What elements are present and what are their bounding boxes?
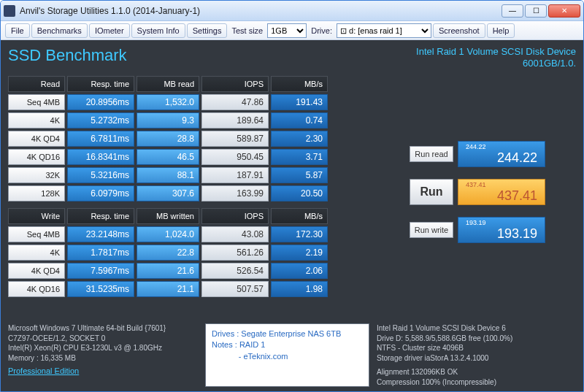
row-iops: 47.86	[201, 94, 269, 110]
row-iops: 507.57	[201, 281, 269, 297]
row-label: 4K QD4	[8, 263, 65, 279]
menu-screenshot[interactable]: Screenshot	[433, 23, 485, 38]
total-score-big: 437.41	[497, 188, 537, 204]
write-hdr-iops: IOPS	[201, 208, 269, 224]
write-score-big: 193.19	[497, 226, 537, 242]
row-label: 4K QD16	[8, 281, 65, 297]
menu-benchmarks[interactable]: Benchmarks	[31, 23, 88, 38]
row-iops: 950.45	[201, 149, 269, 165]
menu-help[interactable]: Help	[487, 23, 515, 38]
notes-box[interactable]: Drives : Segate Enterprise NAS 6TB Notes…	[205, 323, 369, 387]
row-resp: 1.7817ms	[67, 245, 134, 261]
read-header-row: Read Resp. time MB read IOPS MB/s	[8, 76, 402, 92]
read-score: 244.22 244.22	[458, 141, 545, 167]
row-resp: 6.7811ms	[67, 131, 134, 147]
drive-free: Drive D: 5,588.9/5,588.6GB free (100.0%)	[377, 334, 576, 344]
drive-select[interactable]: ⊡ d: [enas raid 1]	[337, 23, 431, 38]
write-hdr-mbs: MB/s	[271, 208, 328, 224]
row-mbs: 191.43	[271, 94, 328, 110]
row-label: 4K	[8, 112, 65, 128]
row-label: 4K	[8, 245, 65, 261]
row-mb: 46.5	[137, 149, 199, 165]
row-mbs: 0.74	[271, 112, 328, 128]
window-title: Anvil's Storage Utilities 1.1.0 (2014-Ja…	[20, 6, 502, 16]
read-row: 4K QD46.7811ms28.8589.872.30	[8, 131, 402, 147]
menu-iometer[interactable]: IOmeter	[89, 23, 130, 38]
row-resp: 6.0979ms	[67, 185, 134, 201]
row-resp: 16.8341ms	[67, 149, 134, 165]
row-iops: 187.91	[201, 167, 269, 183]
menu-file[interactable]: File	[5, 23, 30, 38]
read-row: Seq 4MB20.8956ms1,532.047.86191.43	[8, 94, 402, 110]
write-header-row: Write Resp. time MB written IOPS MB/s	[8, 208, 402, 224]
run-panel: Run read 244.22 244.22 Run 437.41 437.41…	[410, 84, 574, 243]
read-row: 4K5.2732ms9.3189.640.74	[8, 112, 402, 128]
results-tables: Read Resp. time MB read IOPS MB/s Seq 4M…	[8, 76, 402, 297]
menu-system-info[interactable]: System Info	[131, 23, 185, 38]
total-score-small: 437.41	[466, 181, 486, 188]
menu-settings[interactable]: Settings	[187, 23, 228, 38]
write-row: 4K1.7817ms22.8561.262.19	[8, 245, 402, 261]
read-hdr-iops: IOPS	[201, 76, 269, 92]
maximize-button[interactable]: ☐	[525, 4, 547, 18]
read-score-small: 244.22	[466, 143, 486, 150]
minimize-button[interactable]: —	[502, 4, 523, 18]
read-hdr-mb: MB read	[137, 76, 199, 92]
footer: Microsoft Windows 7 Ultimate 64-bit Buil…	[8, 323, 576, 387]
row-label: Seq 4MB	[8, 226, 65, 242]
drive-fs: NTFS - Cluster size 4096B	[377, 343, 576, 353]
row-mb: 88.1	[137, 167, 199, 183]
toolbar: File Benchmarks IOmeter System Info Sett…	[1, 21, 583, 40]
app-icon	[4, 5, 15, 17]
write-hdr-mb: MB written	[137, 208, 199, 224]
row-mb: 21.6	[137, 263, 199, 279]
notes-line: Notes : RAID 1	[212, 339, 363, 350]
row-mb: 1,024.0	[137, 226, 199, 242]
row-mb: 28.8	[137, 131, 199, 147]
run-write-button[interactable]: Run write	[410, 222, 453, 238]
run-read-button[interactable]: Run read	[410, 146, 453, 162]
row-mb: 307.6	[137, 185, 199, 201]
read-hdr-label: Read	[8, 76, 65, 92]
edition-link[interactable]: Professional Edition	[8, 366, 198, 377]
row-mbs: 2.06	[271, 263, 328, 279]
row-resp: 5.2732ms	[67, 112, 134, 128]
notes-credit: - eTeknix.com	[212, 351, 363, 362]
testsize-label: Test size	[228, 26, 266, 35]
sys-cpu: Intel(R) Xeon(R) CPU E3-1230L v3 @ 1.80G…	[8, 343, 198, 353]
row-label: 4K QD16	[8, 149, 65, 165]
read-hdr-resp: Resp. time	[67, 76, 134, 92]
write-score-small: 193.19	[466, 219, 486, 226]
read-row: 32K5.3216ms88.1187.915.87	[8, 167, 402, 183]
device-info: Intel Raid 1 Volume SCSI Disk Device 600…	[416, 46, 576, 70]
row-mbs: 3.71	[271, 149, 328, 165]
row-mb: 22.8	[137, 245, 199, 261]
write-score: 193.19 193.19	[458, 217, 545, 243]
row-label: 32K	[8, 167, 65, 183]
read-row: 128K6.0979ms307.6163.9920.50	[8, 185, 402, 201]
row-resp: 20.8956ms	[67, 94, 134, 110]
row-resp: 23.2148ms	[67, 226, 134, 242]
device-name: Intel Raid 1 Volume SCSI Disk Device	[416, 46, 576, 58]
drive-compress: Compression 100% (Incompressible)	[377, 377, 576, 388]
row-iops: 589.87	[201, 131, 269, 147]
drive-align: Alignment 132096KB OK	[377, 367, 576, 377]
titlebar[interactable]: Anvil's Storage Utilities 1.1.0 (2014-Ja…	[1, 1, 583, 21]
write-row: 4K QD1631.5235ms21.1507.571.98	[8, 281, 402, 297]
row-resp: 5.3216ms	[67, 167, 134, 183]
sys-board: C7Z97-OCEE/1.2, SOCKET 0	[8, 334, 198, 344]
row-label: Seq 4MB	[8, 94, 65, 110]
row-mbs: 5.87	[271, 167, 328, 183]
run-button[interactable]: Run	[410, 179, 453, 205]
total-score: 437.41 437.41	[458, 179, 545, 205]
testsize-select[interactable]: 1GB	[267, 23, 307, 38]
row-label: 128K	[8, 185, 65, 201]
row-mbs: 2.30	[271, 131, 328, 147]
row-mbs: 20.50	[271, 185, 328, 201]
close-button[interactable]: ✕	[548, 4, 580, 18]
row-iops: 526.54	[201, 263, 269, 279]
row-mb: 21.1	[137, 281, 199, 297]
row-iops: 163.99	[201, 185, 269, 201]
sys-memory: Memory : 16,335 MB	[8, 353, 198, 364]
drive-label: Drive:	[308, 26, 335, 35]
